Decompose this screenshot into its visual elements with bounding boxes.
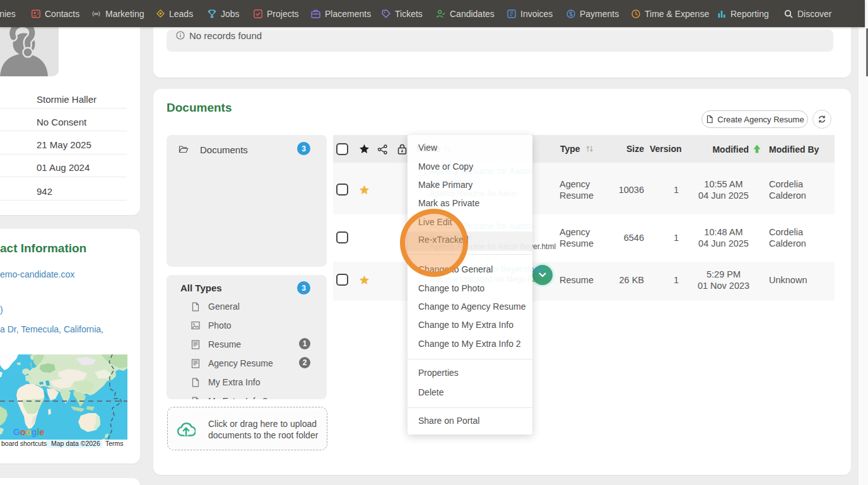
svg-text:Map data ©2026: Map data ©2026	[51, 440, 100, 447]
svg-text:Google: Google	[13, 427, 44, 437]
svg-text:board shortcuts: board shortcuts	[1, 440, 47, 447]
svg-text:Terms: Terms	[105, 440, 124, 447]
